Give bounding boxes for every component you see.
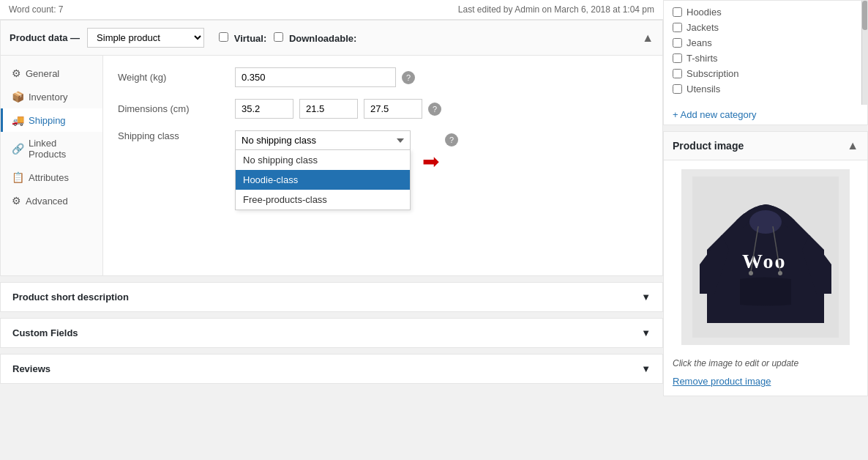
product-tabs: ⚙ General 📦 Inventory 🚚 Shipping 🔗 Linke… [1,56,103,275]
dropdown-item-no-class[interactable]: No shipping class [236,150,410,170]
shipping-class-label: Shipping class [118,130,235,141]
reviews-arrow: ▼ [641,363,651,374]
category-label-tshirts: T-shirts [686,53,718,64]
reviews-header[interactable]: Reviews ▼ [1,355,662,383]
attributes-icon: 📋 [12,171,24,183]
custom-fields-label: Custom Fields [12,327,78,338]
reviews-label: Reviews [12,363,50,374]
add-category-link[interactable]: + Add new category [664,105,867,125]
shipping-class-help-icon[interactable]: ? [445,133,458,146]
svg-point-6 [778,271,782,275]
product-data-header: Product data — Simple product Variable p… [1,21,662,56]
category-checkbox-subscription[interactable] [673,69,682,78]
category-checkbox-hoodies[interactable] [673,7,682,17]
tab-attributes[interactable]: 📋 Attributes [1,166,102,189]
categories-list: Hoodies Jackets Jeans T-shirts Subscript… [664,1,867,105]
tab-linked-label: Linked Products [29,138,94,160]
product-image-panel: Product image ▲ [663,131,868,396]
tab-general[interactable]: ⚙ General [1,62,102,85]
hoodie-image: Woo [692,177,839,338]
svg-point-1 [749,210,782,234]
category-item-tshirts: T-shirts [673,53,858,64]
dimensions-label: Dimensions (cm) [118,103,235,114]
category-checkbox-tshirts[interactable] [673,53,682,63]
virtual-label[interactable]: Virtual: [219,32,266,44]
reviews-section: Reviews ▼ [0,354,663,384]
shipping-tab-content: Weight (kg) ? Dimensions (cm) [103,56,662,275]
category-label-utensils: Utensils [686,84,720,94]
dimension-h-input[interactable] [364,99,422,119]
dimensions-help-icon[interactable]: ? [428,103,441,116]
dimension-l-input[interactable] [235,99,293,119]
shipping-class-wrapper: No shipping class Hoodie-class Free-prod… [235,130,411,149]
dimensions-field: ? [235,99,441,119]
shipping-icon: 🚚 [12,114,24,126]
tab-inventory[interactable]: 📦 Inventory [1,85,102,108]
tab-general-label: General [26,68,59,79]
shipping-class-dropdown: No shipping class Hoodie-class Free-prod… [235,149,411,210]
weight-row: Weight (kg) ? [118,67,648,87]
tab-attributes-label: Attributes [29,172,69,183]
linked-icon: 🔗 [12,143,24,155]
weight-help-icon[interactable]: ? [402,71,415,84]
image-hint: Click the image to edit or update [664,354,867,373]
tab-shipping-label: Shipping [29,115,66,126]
category-label-hoodies: Hoodies [686,7,722,18]
product-data-label: Product data — [10,32,80,43]
category-checkbox-jackets[interactable] [673,23,682,32]
category-item-utensils: Utensils [673,84,858,94]
categories-panel: Hoodies Jackets Jeans T-shirts Subscript… [663,0,868,125]
product-image-collapse-button[interactable]: ▲ [847,139,858,152]
tab-inventory-label: Inventory [29,92,67,103]
top-bar: Word count: 7 Last edited by Admin on Ma… [0,0,663,20]
advanced-icon: ⚙ [12,195,21,207]
product-image-title: Product image [673,140,744,152]
tab-linked-products[interactable]: 🔗 Linked Products [1,132,102,166]
category-item-hoodies: Hoodies [673,7,858,18]
weight-input[interactable] [235,67,396,87]
product-image-header: Product image ▲ [664,132,867,160]
custom-fields-arrow: ▼ [641,327,651,338]
downloadable-label[interactable]: Downloadable: [274,32,356,44]
right-sidebar: Hoodies Jackets Jeans T-shirts Subscript… [663,0,868,460]
collapse-button[interactable]: ▲ [642,31,654,45]
category-checkbox-jeans[interactable] [673,38,682,48]
custom-fields-section: Custom Fields ▼ [0,318,663,348]
category-item-subscription: Subscription [673,68,858,79]
dropdown-item-hoodie[interactable]: Hoodie-class [236,170,410,190]
remove-product-image-link[interactable]: Remove product image [664,373,867,396]
tab-advanced-label: Advanced [26,196,68,207]
product-type-select[interactable]: Simple product Variable product Grouped … [87,28,204,48]
category-checkbox-utensils[interactable] [673,84,682,94]
scrollbar[interactable] [861,1,867,105]
dimensions-row: Dimensions (cm) ? [118,99,648,119]
weight-field: ? [235,67,415,87]
category-item-jackets: Jackets [673,22,858,33]
general-icon: ⚙ [12,67,21,79]
weight-label: Weight (kg) [118,72,235,83]
short-description-header[interactable]: Product short description ▼ [1,283,662,311]
product-data-section: Product data — Simple product Variable p… [0,20,663,276]
category-label-jeans: Jeans [686,37,712,48]
virtual-checkbox[interactable] [219,32,228,42]
red-arrow-indicator: ➡ [422,149,439,174]
custom-fields-header[interactable]: Custom Fields ▼ [1,319,662,347]
dimension-w-input[interactable] [299,99,358,119]
category-item-jeans: Jeans [673,37,858,48]
category-label-jackets: Jackets [686,22,719,33]
category-label-subscription: Subscription [686,68,739,79]
tab-shipping[interactable]: 🚚 Shipping [1,108,102,132]
product-image-box[interactable]: Woo [681,169,850,345]
inventory-icon: 📦 [12,91,24,103]
product-image-container[interactable]: Woo [664,160,867,354]
shipping-class-row: Shipping class No shipping class Hoodie-… [118,130,648,174]
tab-advanced[interactable]: ⚙ Advanced [1,189,102,212]
scrollbar-thumb[interactable] [862,1,867,30]
shipping-class-select[interactable]: No shipping class Hoodie-class Free-prod… [235,130,411,149]
svg-point-5 [749,271,753,275]
dropdown-item-free[interactable]: Free-products-class [236,190,410,209]
last-edited: Last edited by Admin on March 6, 2018 at… [458,4,654,15]
short-description-label: Product short description [12,292,129,303]
downloadable-checkbox[interactable] [274,32,283,42]
product-data-body: ⚙ General 📦 Inventory 🚚 Shipping 🔗 Linke… [1,56,662,275]
